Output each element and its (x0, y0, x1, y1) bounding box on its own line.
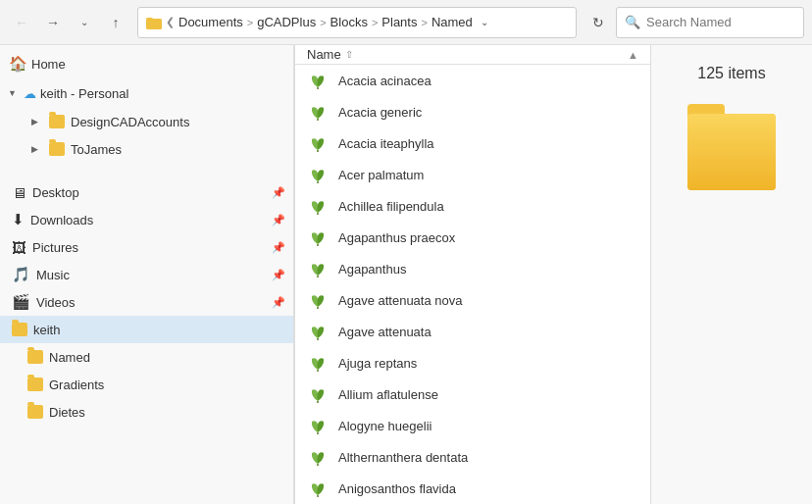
sidebar-home-label: Home (31, 57, 66, 72)
plant-icon (307, 134, 329, 152)
column-name-label: Name (307, 47, 341, 62)
list-item[interactable]: Acer palmatum (295, 159, 650, 190)
sidebar-gradients-label: Gradients (49, 378, 104, 392)
list-item[interactable]: Acacia acinacea (295, 65, 650, 96)
sidebar-tojames-label: ToJames (71, 142, 122, 157)
file-list: Name ⇧ ▲ Acacia acinaceaAcacia genericAc… (295, 45, 650, 504)
back-button[interactable]: ← (8, 9, 35, 36)
video-icon: 🎬 (12, 293, 30, 311)
sidebar-item-music[interactable]: 🎵 Music 📌 (0, 261, 293, 288)
file-item-name: Acer palmatum (338, 168, 424, 182)
file-list-header: Name ⇧ ▲ (295, 45, 650, 65)
sidebar-pictures-label: Pictures (32, 240, 266, 255)
list-item[interactable]: Agave attenuata nova (295, 284, 650, 316)
sidebar-item-pictures[interactable]: 🖼 Pictures 📌 (0, 233, 293, 261)
folder-icon-2 (49, 142, 65, 156)
breadcrumb-documents[interactable]: Documents (178, 15, 243, 29)
file-item-name: Acacia acinacea (338, 74, 431, 88)
file-item-name: Alogyne huegelii (338, 419, 431, 433)
chevron-right-icon: ▶ (31, 117, 43, 126)
pin-icon-downloads: 📌 (272, 214, 285, 227)
list-item[interactable]: Ajuga reptans (295, 347, 650, 378)
pin-icon-desktop: 📌 (272, 186, 285, 199)
sidebar-item-designcad[interactable]: ▶ DesignCADAccounts (0, 108, 293, 135)
list-item[interactable]: Agapanthus (295, 253, 650, 284)
breadcrumb-plants[interactable]: Plants (381, 15, 417, 29)
list-item[interactable]: Alogyne huegelii (295, 410, 650, 441)
file-item-name: Achillea filipendula (338, 199, 444, 214)
plant-icon (307, 72, 329, 89)
search-input[interactable] (646, 15, 795, 29)
list-item[interactable]: Althernanthera dentata (295, 441, 650, 473)
plant-icon (307, 479, 329, 497)
download-icon: ⬇ (12, 211, 25, 228)
forward-button[interactable]: → (39, 9, 67, 36)
sidebar-downloads-label: Downloads (30, 213, 266, 227)
music-icon: 🎵 (12, 266, 30, 283)
sidebar-item-desktop[interactable]: 🖥 Desktop 📌 (0, 178, 293, 206)
plant-icon (307, 385, 329, 403)
plant-icon (307, 260, 329, 277)
sidebar-desktop-label: Desktop (32, 185, 266, 200)
file-item-name: Ajuga reptans (338, 356, 417, 371)
chevron-down-icon: ▼ (8, 88, 20, 98)
refresh-button[interactable]: ↻ (584, 9, 612, 36)
list-item[interactable]: Agave attenuata (295, 316, 650, 347)
file-item-name: Agapanthus (338, 262, 406, 277)
folder-icon-gradients (27, 378, 43, 391)
list-item[interactable]: Acacia iteaphylla (295, 127, 650, 159)
sidebar-item-downloads[interactable]: ⬇ Downloads 📌 (0, 206, 293, 233)
sidebar-designcad-label: DesignCADAccounts (71, 115, 189, 129)
breadcrumb-folder-icon (146, 16, 162, 29)
file-item-name: Allium aflatulense (338, 387, 438, 402)
item-count: 125 items (697, 65, 765, 82)
plant-icon (307, 228, 329, 246)
breadcrumb-gcadplus[interactable]: gCADPlus (257, 15, 316, 29)
sidebar-item-named[interactable]: Named (0, 343, 293, 371)
chevron-right-icon-2: ▶ (31, 144, 43, 154)
sidebar-music-label: Music (36, 268, 266, 282)
list-item[interactable]: Anigosanthos flavida (295, 473, 650, 504)
toolbar: ← → ⌄ ↑ ❮ Documents > gCADPlus > Blocks … (0, 0, 812, 45)
list-item[interactable]: Acacia generic (295, 96, 650, 127)
plant-icon (307, 103, 329, 121)
scroll-up-button[interactable]: ▲ (628, 49, 638, 61)
sort-arrow-icon: ⇧ (345, 49, 353, 60)
breadcrumb-expand-button[interactable]: ⌄ (481, 17, 488, 27)
list-item[interactable]: Allium aflatulense (295, 378, 650, 410)
sidebar-item-home[interactable]: 🏠 Home (0, 49, 293, 78)
sidebar-item-keith[interactable]: keith (0, 316, 293, 343)
sidebar-videos-label: Videos (36, 295, 266, 310)
sidebar: 🏠 Home ▼ ☁ keith - Personal ▶ DesignCADA… (0, 45, 294, 504)
plant-icon (307, 166, 329, 183)
up-button[interactable]: ↑ (102, 9, 129, 36)
sidebar-keith-personal-label: keith - Personal (40, 86, 128, 101)
svg-rect-1 (146, 18, 153, 22)
file-item-name: Agave attenuata nova (338, 293, 463, 308)
sidebar-item-videos[interactable]: 🎬 Videos 📌 (0, 288, 293, 316)
list-item[interactable]: Agapanthus praecox (295, 222, 650, 253)
plant-icon (307, 291, 329, 309)
sidebar-item-tojames[interactable]: ▶ ToJames (0, 135, 293, 163)
folder-icon (49, 115, 65, 128)
pin-icon-music: 📌 (272, 269, 285, 281)
folder-icon-dietes (27, 405, 43, 419)
file-item-name: Althernanthera dentata (338, 450, 468, 465)
recent-dropdown-button[interactable]: ⌄ (71, 9, 98, 36)
plant-icon (307, 417, 329, 434)
breadcrumb-blocks[interactable]: Blocks (330, 15, 368, 29)
sidebar-item-dietes[interactable]: Dietes (0, 398, 293, 426)
sidebar-item-keith-personal[interactable]: ▼ ☁ keith - Personal (0, 78, 293, 108)
folder-icon-named (27, 350, 43, 364)
cloud-icon: ☁ (24, 86, 36, 101)
pictures-icon: 🖼 (12, 239, 26, 256)
main-area: 🏠 Home ▼ ☁ keith - Personal ▶ DesignCADA… (0, 45, 812, 504)
big-folder-icon (687, 114, 776, 190)
sidebar-item-gradients[interactable]: Gradients (0, 371, 293, 398)
file-item-name: Acacia generic (338, 105, 422, 120)
big-folder-inner (687, 114, 776, 190)
file-item-name: Acacia iteaphylla (338, 136, 434, 151)
sidebar-dietes-label: Dietes (49, 405, 85, 420)
home-icon: 🏠 (9, 55, 27, 73)
list-item[interactable]: Achillea filipendula (295, 190, 650, 222)
